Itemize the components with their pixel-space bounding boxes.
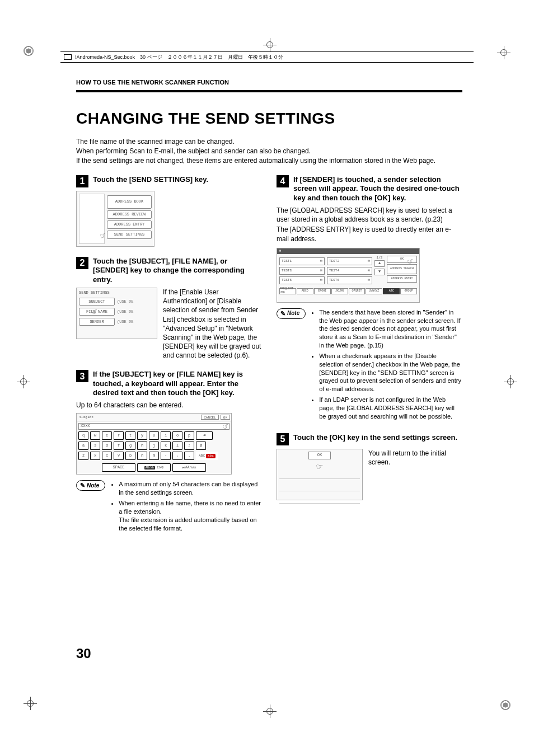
- keyboard-key: y: [137, 431, 147, 440]
- crop-mark-bl: [24, 697, 37, 710]
- keyboard-key: j: [149, 442, 159, 450]
- keyboard-key: @: [196, 442, 206, 450]
- sender-tab: GROUP: [400, 288, 417, 294]
- address-entry-button-2: ADDRESS ENTRY: [387, 275, 417, 283]
- sender-item: TEST2: [327, 257, 372, 265]
- step-4-title: If [SENDER] is touched, a sender selecti…: [293, 175, 462, 203]
- step-2-side-text: If the [Enable User Authentication] or […: [163, 288, 262, 360]
- envelope-icon: ✉: [279, 248, 281, 253]
- step-1-number: 1: [76, 175, 88, 187]
- source-file-text: !Andromeda-NS_Sec.book 30 ページ ２００６年１１月２７…: [75, 54, 283, 60]
- keyboard-cancel-button: CANCEL: [201, 415, 219, 420]
- keyboard-key: u: [149, 431, 159, 440]
- running-head-underline: [76, 90, 462, 92]
- keyboard-key: p: [184, 431, 194, 440]
- keyboard-key: e: [102, 431, 112, 440]
- address-book-button: ADDRESS BOOK: [107, 195, 152, 209]
- keyboard-key: t: [125, 431, 135, 440]
- page-number: 30: [76, 645, 91, 663]
- step-1-title: Touch the [SEND SETTINGS] key.: [93, 175, 208, 187]
- sender-tab: OPQRST: [349, 288, 366, 294]
- note-item: When entering a file name, there is no n…: [119, 499, 262, 532]
- subject-value: (USE DE: [117, 299, 133, 304]
- keyboard-key: d: [102, 442, 112, 450]
- keyboard-key: x: [90, 452, 100, 460]
- left-column: 1 Touch the [SEND SETTINGS] key. ☞ ADDRE…: [76, 175, 262, 544]
- hand-pointer-icon: ☞: [279, 461, 360, 474]
- crop-mark-tl: [24, 46, 34, 56]
- keyboard-key: m: [149, 452, 159, 460]
- sender-select-screenshot: ✉ TEST1 TEST3 TEST5 TEST2 TEST4 TEST6: [277, 248, 420, 303]
- file-name-value: (USE DE: [117, 309, 133, 314]
- step-3: 3 If the [SUBJECT] key or [FILE NAME] ke…: [76, 370, 262, 534]
- note-label: Note: [277, 308, 306, 319]
- ok-screen-screenshot: OK ☞: [277, 449, 363, 500]
- step-3-number: 3: [76, 370, 88, 382]
- pager-up-icon: ▲: [374, 260, 385, 267]
- keyboard-title: Subject: [78, 415, 95, 420]
- step-3-subtext: Up to 64 characters can be entered.: [76, 401, 262, 410]
- keyboard-key: h: [137, 442, 147, 450]
- keyboard-key: r: [114, 431, 124, 440]
- send-settings-screenshot: SEND SETTINGS SUBJECT (USE DE FILE NAME …: [76, 288, 157, 339]
- keyboard-key: g: [125, 442, 135, 450]
- keyboard-key: c: [102, 452, 112, 460]
- step-2-number: 2: [76, 257, 88, 269]
- right-column: 4 If [SENDER] is touched, a sender selec…: [277, 175, 462, 544]
- note-label: Note: [76, 480, 105, 491]
- keyboard-key: o: [172, 431, 182, 440]
- step-5-side-text: You will return to the initial screen.: [368, 449, 462, 467]
- keyboard-key: f: [114, 442, 124, 450]
- step-5-number: 5: [277, 433, 289, 445]
- source-file-strip: !Andromeda-NS_Sec.book 30 ページ ２００６年１１月２７…: [60, 51, 474, 63]
- note-item: A maximum of only 54 characters can be d…: [119, 480, 262, 497]
- intro-paragraph: The file name of the scanned image can b…: [76, 137, 462, 166]
- keyboard-key: .: [184, 452, 194, 460]
- keyboard-mode2-key: ▶ ÀÄÂ/àäâ: [172, 463, 206, 472]
- keyboard-key: w: [90, 431, 100, 440]
- running-head: HOW TO USE THE NETWORK SCANNER FUNCTION: [76, 78, 462, 87]
- step-5: 5 Touch the [OK] key in the send setting…: [277, 433, 462, 500]
- book-icon: [64, 54, 72, 60]
- keyboard-key: i: [161, 431, 171, 440]
- intro-line-2: When performing Scan to E-mail, the subj…: [76, 147, 462, 156]
- note-item: The senders that have been stored in "Se…: [319, 308, 462, 350]
- step-2: 2 Touch the [SUBJECT], [FILE NAME], or […: [76, 257, 262, 360]
- address-book-screenshot: ☞ ADDRESS BOOK ADDRESS REVIEW ADDRESS EN…: [76, 191, 154, 247]
- sender-tab: EFGHI: [314, 288, 331, 294]
- keyboard-key: l: [172, 442, 182, 450]
- keyboard-screenshot: Subject CANCEL OK XXXX q w e r t y: [76, 413, 232, 475]
- keyboard-key: v: [114, 452, 124, 460]
- crop-mark-bottom-center: [263, 705, 277, 718]
- send-settings-button: SEND SETTINGS: [107, 231, 152, 239]
- step-5-title: Touch the [OK] key in the send settings …: [293, 433, 457, 445]
- keyboard-input-field: XXXX: [78, 423, 229, 430]
- keyboard-ok-button: OK: [221, 415, 230, 420]
- step-4-note: Note The senders that have been stored i…: [277, 308, 462, 423]
- keyboard-mode-key: AB/ab 12#$: [137, 463, 171, 472]
- step-4-body-1: The [GLOBAL ADDRESS SEARCH] key is used …: [277, 206, 462, 224]
- step-2-title: Touch the [SUBJECT], [FILE NAME], or [SE…: [93, 257, 262, 284]
- sender-tab: UVWXYZ: [366, 288, 382, 294]
- final-ok-button: OK: [308, 452, 331, 459]
- keyboard-key: a: [78, 442, 88, 450]
- address-entry-button: ADDRESS ENTRY: [107, 220, 152, 229]
- note-item: If an LDAP server is not configured in t…: [319, 396, 462, 421]
- step-4: 4 If [SENDER] is touched, a sender selec…: [277, 175, 462, 422]
- subject-button: SUBJECT: [79, 298, 115, 306]
- sender-tab: ABCD: [297, 288, 313, 294]
- keyboard-key: ;: [184, 442, 194, 450]
- crop-mark-mid-right: [504, 375, 517, 388]
- step-4-body-2: The [ADDRESS ENTRY] key is used to direc…: [277, 225, 462, 243]
- crop-mark-mid-left: [17, 375, 30, 388]
- crop-mark-top-center: [263, 38, 277, 51]
- crop-mark-tr: [497, 46, 510, 59]
- keyboard-key: -: [161, 452, 171, 460]
- keyboard-backspace-key: ⌫: [196, 431, 213, 440]
- sender-item: TEST4: [327, 267, 372, 275]
- sender-item: TEST3: [279, 267, 325, 275]
- page-title: CHANGING THE SEND SETTINGS: [76, 108, 462, 129]
- keyboard-key: b: [125, 452, 135, 460]
- address-review-button: ADDRESS REVIEW: [107, 210, 152, 219]
- keyboard-key: s: [90, 442, 100, 450]
